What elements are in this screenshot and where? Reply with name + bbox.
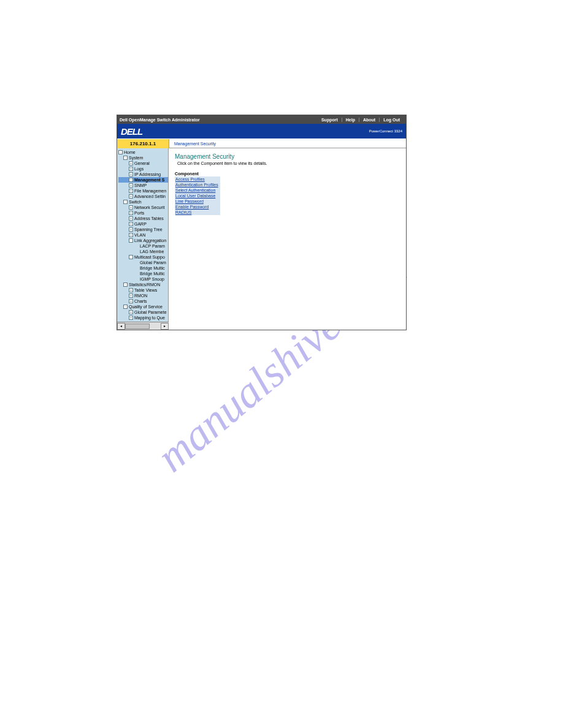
expand-icon[interactable]: +	[129, 288, 133, 292]
expand-icon[interactable]: +	[129, 222, 133, 226]
component-link[interactable]: Local User Database	[175, 193, 220, 199]
tree-connector-icon	[134, 244, 139, 248]
expand-icon[interactable]: +	[129, 172, 133, 176]
tree-node[interactable]: +Spanning Tree	[118, 227, 168, 232]
tree-node[interactable]: LAG Membe	[118, 249, 168, 254]
expand-icon[interactable]: +	[129, 227, 133, 232]
link-support[interactable]: Support	[318, 118, 342, 122]
nav-tree[interactable]: -Home-System+General+Logs+IP Addressing-…	[117, 148, 169, 322]
expand-icon[interactable]: +	[129, 211, 133, 215]
tree-label: GARP	[134, 222, 147, 226]
expand-icon[interactable]: +	[129, 299, 133, 303]
tree-label: Management S	[134, 178, 164, 182]
tree-label: Switch	[129, 200, 142, 204]
scroll-right-icon[interactable]: ▸	[161, 323, 169, 330]
tree-label: Global Param	[140, 260, 166, 265]
tree-node[interactable]: +General	[118, 161, 168, 166]
tree-label: Charts	[134, 299, 147, 303]
tree-node[interactable]: Bridge Multic	[118, 271, 168, 276]
tree-node[interactable]: +Table Views	[118, 287, 168, 293]
collapse-icon[interactable]: -	[118, 150, 123, 154]
tree-connector-icon	[134, 260, 139, 265]
tree-node[interactable]: IGMP Snoop	[118, 276, 168, 282]
title-bar: Dell OpenManage Switch Administrator Sup…	[117, 115, 406, 124]
tree-label: Bridge Multic	[140, 271, 164, 276]
tree-node[interactable]: +Global Paramete	[118, 309, 168, 315]
collapse-icon[interactable]: -	[123, 282, 128, 287]
expand-icon[interactable]: +	[129, 189, 133, 193]
tree-node[interactable]: -System	[118, 155, 168, 161]
collapse-icon[interactable]: -	[129, 178, 133, 182]
tree-label: Address Tables	[134, 216, 164, 221]
collapse-icon[interactable]: -	[123, 200, 128, 204]
tree-label: General	[134, 161, 150, 165]
tree-node[interactable]: -Home	[118, 150, 168, 155]
collapse-icon[interactable]: -	[123, 305, 128, 309]
tree-label: Statistics/RMON	[129, 282, 160, 287]
tree-node[interactable]: +Address Tables	[118, 216, 168, 221]
component-link[interactable]: RADIUS	[175, 210, 220, 215]
tree-label: Multicast Suppo	[134, 255, 165, 259]
tree-node[interactable]: -Multicast Suppo	[118, 254, 168, 260]
expand-icon[interactable]: +	[129, 183, 133, 188]
tree-node[interactable]: +Logs	[118, 166, 168, 172]
page-subtitle: Click on the Component item to view its …	[175, 161, 400, 165]
expand-icon[interactable]: +	[129, 167, 133, 171]
expand-icon[interactable]: +	[129, 233, 133, 237]
collapse-icon[interactable]: -	[129, 255, 133, 259]
expand-icon[interactable]: +	[129, 205, 133, 210]
tree-node[interactable]: +GARP	[118, 221, 168, 227]
tree-label: Logs	[134, 167, 144, 171]
expand-icon[interactable]: +	[129, 161, 133, 165]
component-link[interactable]: Select Authentication	[175, 188, 220, 193]
link-logout[interactable]: Log Out	[379, 118, 404, 122]
expand-icon[interactable]: +	[129, 310, 133, 314]
tree-node[interactable]: +RMON	[118, 293, 168, 298]
tree-connector-icon	[134, 266, 139, 270]
dell-logo: DELL	[121, 126, 142, 137]
tree-label: IGMP Snoop	[140, 277, 164, 281]
expand-icon[interactable]: +	[129, 194, 133, 199]
component-link[interactable]: Access Profiles	[175, 176, 220, 182]
workspace: -Home-System+General+Logs+IP Addressing-…	[117, 148, 406, 330]
component-link[interactable]: Authentication Profiles	[175, 182, 220, 188]
tree-label: Home	[124, 150, 136, 154]
tree-connector-icon	[134, 271, 139, 276]
tree-node[interactable]: Global Param	[118, 260, 168, 265]
tree-node[interactable]: -Quality of Service	[118, 304, 168, 309]
link-about[interactable]: About	[359, 118, 379, 122]
scroll-left-icon[interactable]: ◂	[117, 323, 125, 330]
expand-icon[interactable]: +	[129, 216, 133, 221]
component-link[interactable]: Line Password	[175, 199, 220, 204]
tree-node[interactable]: +Advanced Settin	[118, 194, 168, 199]
tree-node[interactable]: +Charts	[118, 298, 168, 304]
scroll-track[interactable]	[125, 323, 161, 330]
component-link[interactable]: Enable Password	[175, 204, 220, 210]
tree-node[interactable]: -Switch	[118, 199, 168, 205]
tree-label: Link Aggregation	[134, 238, 166, 243]
expand-icon[interactable]: +	[129, 316, 133, 320]
tree-node[interactable]: -Link Aggregation	[118, 238, 168, 243]
tree-node[interactable]: +SNMP	[118, 183, 168, 188]
link-help[interactable]: Help	[342, 118, 359, 122]
tree-node[interactable]: +Ports	[118, 210, 168, 216]
tree-node[interactable]: -Management S	[118, 177, 168, 183]
tree-node[interactable]: +Mapping to Que	[118, 315, 168, 320]
tree-label: Bridge Multic	[140, 266, 164, 270]
scroll-thumb[interactable]	[125, 324, 150, 329]
logo-bar: DELL PowerConnect 3324	[117, 124, 406, 138]
tree-node[interactable]: +File Managemen	[118, 188, 168, 194]
h-scrollbar[interactable]: ◂ ▸	[117, 322, 169, 330]
tree-node[interactable]: LACP Param	[118, 243, 168, 249]
tree-node[interactable]: Bridge Multic	[118, 265, 168, 271]
tree-node[interactable]: +Network Securit	[118, 205, 168, 210]
tree-label: File Managemen	[134, 189, 166, 193]
collapse-icon[interactable]: -	[123, 156, 128, 160]
expand-icon[interactable]: +	[129, 294, 133, 298]
ip-address: 176.210.1.1	[117, 139, 169, 148]
tree-node[interactable]: -Statistics/RMON	[118, 282, 168, 287]
tree-node[interactable]: +IP Addressing	[118, 172, 168, 177]
tree-label: IP Addressing	[134, 172, 161, 176]
collapse-icon[interactable]: -	[129, 238, 133, 243]
tree-node[interactable]: +VLAN	[118, 232, 168, 238]
